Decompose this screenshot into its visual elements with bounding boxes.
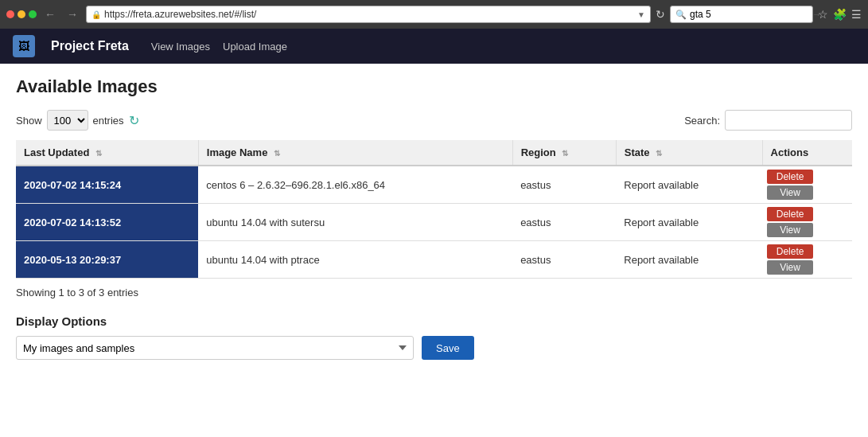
col-last-updated[interactable]: Last Updated ⇅ (16, 140, 198, 166)
region-cell: eastus (512, 204, 616, 241)
save-button[interactable]: Save (422, 336, 474, 360)
sort-icon-image-name: ⇅ (274, 149, 280, 158)
delete-button[interactable]: Delete (767, 244, 813, 259)
display-options-section: Display Options My images and samplesAll… (16, 314, 852, 360)
menu-icon[interactable]: ☰ (851, 8, 862, 21)
table-row: 2020-07-02 14:15:24centos 6 – 2.6.32–696… (16, 166, 852, 204)
view-button[interactable]: View (767, 185, 813, 200)
datetime-cell: 2020-07-02 14:13:52 (16, 204, 198, 241)
table-row: 2020-05-13 20:29:37ubuntu 14.04 with ptr… (16, 241, 852, 279)
showing-text: Showing 1 to 3 of 3 entries (16, 287, 852, 298)
state-cell: Report available (616, 166, 762, 204)
browser-search-input[interactable] (690, 9, 809, 20)
entries-select[interactable]: 10 25 50 100 (47, 110, 88, 131)
actions-cell: DeleteView (762, 204, 852, 241)
maximize-dot (29, 10, 37, 18)
col-region[interactable]: Region ⇅ (512, 140, 616, 166)
delete-button[interactable]: Delete (767, 207, 813, 221)
lock-icon: 🔒 (91, 10, 101, 19)
back-button[interactable]: ← (41, 6, 59, 22)
nav-upload-image[interactable]: Upload Image (223, 41, 287, 53)
view-button[interactable]: View (767, 260, 813, 275)
view-button[interactable]: View (767, 223, 813, 237)
entries-label: entries (93, 115, 124, 127)
delete-button[interactable]: Delete (767, 170, 813, 184)
browser-right-icons: ☆ 🧩 ☰ (818, 8, 862, 21)
address-bar[interactable]: 🔒 https://freta.azurewebsites.net/#/list… (86, 6, 651, 23)
forward-button[interactable]: → (64, 6, 81, 22)
show-label: Show (16, 115, 42, 127)
dropdown-arrow-icon: ▼ (637, 10, 645, 19)
page-title: Available Images (16, 76, 852, 97)
state-cell: Report available (616, 204, 762, 241)
table-row: 2020-07-02 14:13:52ubuntu 14.04 with sut… (16, 204, 852, 241)
actions-cell: DeleteView (762, 241, 852, 279)
app-logo: 🖼 (13, 35, 35, 57)
app-title: Project Freta (51, 39, 129, 53)
col-image-name[interactable]: Image Name ⇅ (198, 140, 512, 166)
sort-icon-region: ⇅ (562, 149, 568, 158)
sort-icon-last-updated: ⇅ (95, 149, 102, 158)
image-name-cell: ubuntu 14.04 with ptrace (198, 241, 512, 279)
state-cell: Report available (616, 241, 762, 279)
browser-search-bar[interactable]: 🔍 → (670, 6, 813, 23)
sort-icon-state: ⇅ (656, 149, 662, 158)
display-options-title: Display Options (16, 314, 852, 328)
region-cell: eastus (512, 241, 616, 279)
actions-cell: DeleteView (762, 166, 852, 204)
col-state[interactable]: State ⇅ (616, 140, 762, 166)
address-text: https://freta.azurewebsites.net/#/list/ (104, 9, 634, 20)
datetime-cell: 2020-05-13 20:29:37 (16, 241, 198, 279)
table-body: 2020-07-02 14:15:24centos 6 – 2.6.32–696… (16, 166, 852, 279)
browser-chrome: ← → 🔒 https://freta.azurewebsites.net/#/… (0, 0, 868, 29)
col-actions: Actions (762, 140, 852, 166)
data-table: Last Updated ⇅ Image Name ⇅ Region ⇅ Sta… (16, 140, 852, 279)
search-icon: 🔍 (675, 10, 687, 20)
search-bar: Search: (684, 110, 852, 131)
image-name-cell: ubuntu 14.04 with sutersu (198, 204, 512, 241)
image-name-cell: centos 6 – 2.6.32–696.28.1.el6.x86_64 (198, 166, 512, 204)
search-label: Search: (684, 115, 720, 127)
logo-icon: 🖼 (18, 40, 29, 53)
search-input[interactable] (725, 110, 852, 131)
minimize-dot (18, 10, 25, 18)
table-header: Last Updated ⇅ Image Name ⇅ Region ⇅ Sta… (16, 140, 852, 166)
bookmark-icon[interactable]: ☆ (818, 8, 828, 21)
reload-button[interactable]: ↻ (656, 8, 665, 21)
refresh-button[interactable]: ↻ (129, 113, 139, 128)
display-options-select[interactable]: My images and samplesAll imagesMy images… (16, 336, 414, 360)
app-nav: View Images Upload Image (151, 41, 287, 53)
region-cell: eastus (512, 166, 616, 204)
show-entries-control: Show 10 25 50 100 entries ↻ (16, 110, 139, 131)
extensions-icon[interactable]: 🧩 (833, 8, 847, 21)
app-header: 🖼 Project Freta View Images Upload Image (0, 29, 868, 64)
window-controls (6, 10, 37, 18)
close-dot (6, 10, 14, 18)
controls-bar: Show 10 25 50 100 entries ↻ Search: (16, 110, 852, 131)
nav-view-images[interactable]: View Images (151, 41, 210, 53)
main-content: Available Images Show 10 25 50 100 entri… (0, 64, 868, 373)
display-options-row: My images and samplesAll imagesMy images… (16, 336, 852, 360)
datetime-cell: 2020-07-02 14:15:24 (16, 166, 198, 204)
